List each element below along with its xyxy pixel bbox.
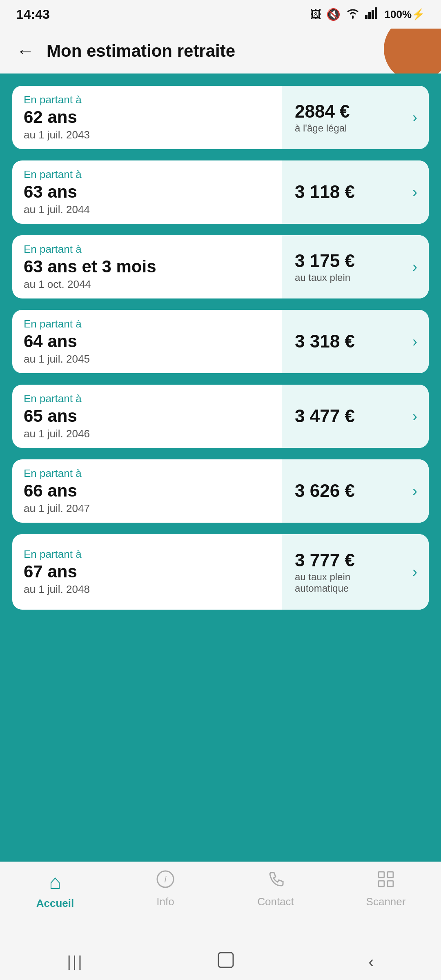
card-age-5: 66 ans [24, 481, 270, 500]
card-right-5: 3 626 € › [282, 459, 429, 523]
svg-rect-2 [372, 10, 374, 19]
card-right-0: 2884 € à l'âge légal › [282, 86, 429, 149]
card-label-4: En partant à [24, 392, 270, 405]
main-content: En partant à 62 ans au 1 juil. 2043 2884… [0, 74, 441, 898]
info-icon: i [156, 870, 174, 892]
card-right-4: 3 477 € › [282, 385, 429, 448]
card-amount-2: 3 175 € [295, 251, 355, 271]
nav-item-info[interactable]: i Info [125, 870, 206, 908]
bottom-nav: ⌂ Accueil i Info Contact [0, 862, 441, 943]
card-age-3: 64 ans [24, 332, 270, 351]
card-left-5: En partant à 66 ans au 1 juil. 2047 [12, 459, 282, 523]
card-left-1: En partant à 63 ans au 1 juil. 2044 [12, 160, 282, 224]
card-left-2: En partant à 63 ans et 3 mois au 1 oct. … [12, 235, 282, 298]
scanner-icon [377, 870, 395, 892]
nav-label-contact: Contact [257, 895, 294, 908]
card-left-6: En partant à 67 ans au 1 juil. 2048 [12, 534, 282, 610]
svg-text:i: i [165, 874, 167, 884]
card-arrow-5: › [412, 483, 417, 500]
card-label-2: En partant à [24, 243, 270, 256]
retirement-card-5[interactable]: En partant à 66 ans au 1 juil. 2047 3 62… [12, 459, 429, 523]
card-arrow-1: › [412, 184, 417, 201]
card-arrow-0: › [412, 109, 417, 126]
nav-label-accueil: Accueil [36, 897, 74, 910]
card-date-0: au 1 juil. 2043 [24, 129, 270, 141]
card-right-content-2: 3 175 € au taux plein [295, 251, 355, 283]
card-right-content-0: 2884 € à l'âge légal [295, 101, 350, 134]
recents-button[interactable]: ||| [67, 953, 83, 970]
nav-label-scanner: Scanner [366, 895, 406, 908]
wifi-icon [345, 7, 360, 22]
card-amount-6: 3 777 € [295, 550, 355, 570]
card-age-6: 67 ans [24, 562, 270, 581]
svg-rect-9 [388, 881, 393, 886]
card-amount-1: 3 118 € [295, 182, 355, 202]
svg-rect-7 [388, 872, 393, 878]
card-amount-0: 2884 € [295, 101, 350, 122]
mute-icon: 🔇 [326, 8, 341, 21]
card-arrow-2: › [412, 258, 417, 276]
card-age-2: 63 ans et 3 mois [24, 257, 270, 276]
card-date-1: au 1 juil. 2044 [24, 203, 270, 216]
home-button[interactable] [218, 952, 234, 972]
card-age-4: 65 ans [24, 407, 270, 425]
retirement-card-6[interactable]: En partant à 67 ans au 1 juil. 2048 3 77… [12, 534, 429, 610]
card-arrow-4: › [412, 408, 417, 425]
card-right-3: 3 318 € › [282, 310, 429, 373]
card-right-content-6: 3 777 € au taux plein automatique [295, 550, 355, 594]
retirement-card-1[interactable]: En partant à 63 ans au 1 juil. 2044 3 11… [12, 160, 429, 224]
card-amount-3: 3 318 € [295, 331, 355, 352]
card-left-3: En partant à 64 ans au 1 juil. 2045 [12, 310, 282, 373]
svg-rect-10 [218, 953, 233, 967]
card-label-5: En partant à [24, 467, 270, 480]
back-nav-button[interactable]: ‹ [368, 953, 374, 971]
card-right-content-5: 3 626 € [295, 481, 355, 502]
card-right-content-4: 3 477 € [295, 406, 355, 427]
status-bar: 14:43 🖼 🔇 100%⚡ [0, 0, 441, 29]
status-time: 14:43 [16, 7, 50, 22]
svg-rect-6 [379, 872, 384, 878]
retirement-card-3[interactable]: En partant à 64 ans au 1 juil. 2045 3 31… [12, 310, 429, 373]
card-amount-4: 3 477 € [295, 406, 355, 426]
page-header: ← Mon estimation retraite [0, 29, 441, 74]
retirement-card-2[interactable]: En partant à 63 ans et 3 mois au 1 oct. … [12, 235, 429, 298]
card-date-5: au 1 juil. 2047 [24, 502, 270, 515]
card-age-0: 62 ans [24, 108, 270, 127]
card-left-0: En partant à 62 ans au 1 juil. 2043 [12, 86, 282, 149]
home-icon: ⌂ [49, 870, 61, 894]
card-note-6: au taux plein automatique [295, 571, 350, 594]
card-date-4: au 1 juil. 2046 [24, 428, 270, 440]
nav-item-scanner[interactable]: Scanner [345, 870, 427, 908]
photo-icon: 🖼 [310, 8, 321, 21]
card-date-2: au 1 oct. 2044 [24, 278, 270, 291]
svg-rect-3 [375, 7, 377, 19]
header-decoration [384, 29, 441, 74]
svg-rect-1 [368, 12, 371, 19]
svg-rect-0 [365, 15, 368, 19]
card-right-2: 3 175 € au taux plein › [282, 235, 429, 298]
card-arrow-3: › [412, 333, 417, 350]
back-button[interactable]: ← [16, 41, 34, 61]
nav-label-info: Info [156, 895, 174, 908]
card-right-content-1: 3 118 € [295, 182, 355, 203]
card-note-0: à l'âge légal [295, 122, 347, 134]
status-icons: 🖼 🔇 100%⚡ [310, 7, 425, 22]
card-right-6: 3 777 € au taux plein automatique › [282, 534, 429, 610]
card-note-2: au taux plein [295, 272, 350, 283]
retirement-card-4[interactable]: En partant à 65 ans au 1 juil. 2046 3 47… [12, 385, 429, 448]
contact-icon [267, 870, 285, 892]
card-label-1: En partant à [24, 168, 270, 181]
nav-item-accueil[interactable]: ⌂ Accueil [14, 870, 96, 910]
card-age-1: 63 ans [24, 183, 270, 201]
svg-rect-8 [379, 881, 384, 886]
signal-icon [365, 7, 380, 22]
retirement-card-0[interactable]: En partant à 62 ans au 1 juil. 2043 2884… [12, 86, 429, 149]
page-title: Mon estimation retraite [47, 41, 235, 61]
card-date-6: au 1 juil. 2048 [24, 583, 270, 596]
card-label-3: En partant à [24, 318, 270, 330]
card-arrow-6: › [412, 564, 417, 581]
nav-item-contact[interactable]: Contact [235, 870, 316, 908]
card-right-1: 3 118 € › [282, 160, 429, 224]
card-left-4: En partant à 65 ans au 1 juil. 2046 [12, 385, 282, 448]
card-label-6: En partant à [24, 548, 270, 561]
